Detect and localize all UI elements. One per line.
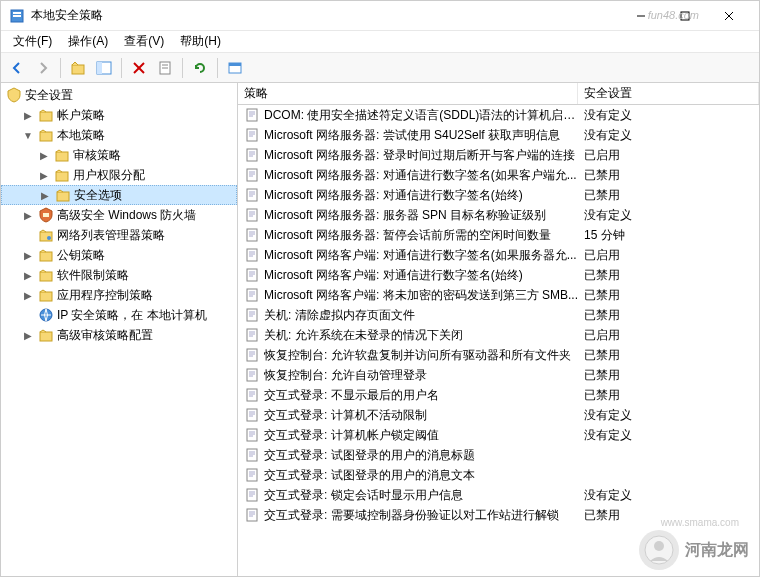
tree-item[interactable]: IP 安全策略，在 本地计算机 (1, 305, 237, 325)
tree-item[interactable]: 网络列表管理器策略 (1, 225, 237, 245)
folder-icon (38, 247, 54, 263)
policy-icon (244, 447, 260, 463)
svg-rect-27 (40, 292, 52, 301)
tree-expander-icon[interactable]: ▶ (21, 268, 35, 282)
menu-view[interactable]: 查看(V) (116, 31, 172, 52)
policy-icon (244, 467, 260, 483)
tree-item-label: 高级审核策略配置 (57, 327, 153, 344)
list-row[interactable]: Microsoft 网络服务器: 登录时间过期后断开与客户端的连接已启用 (238, 145, 759, 165)
folder-icon (38, 107, 54, 123)
folder-icon (38, 287, 54, 303)
tree-item[interactable]: ▶审核策略 (1, 145, 237, 165)
tree-expander-icon[interactable]: ▶ (37, 168, 51, 182)
list-row[interactable]: Microsoft 网络服务器: 对通信进行数字签名(如果客户端允...已禁用 (238, 165, 759, 185)
policy-icon (244, 227, 260, 243)
svg-rect-7 (72, 65, 84, 74)
tree-item[interactable]: ▶软件限制策略 (1, 265, 237, 285)
back-button[interactable] (5, 56, 29, 80)
tree-expander-icon[interactable]: ▶ (21, 108, 35, 122)
svg-rect-22 (43, 213, 49, 217)
list-row[interactable]: 交互式登录: 锁定会话时显示用户信息没有定义 (238, 485, 759, 505)
tree-item[interactable]: ▶高级安全 Windows 防火墙 (1, 205, 237, 225)
tree-item[interactable]: ▶帐户策略 (1, 105, 237, 125)
tree-item-label: IP 安全策略，在 本地计算机 (57, 307, 207, 324)
policy-icon (244, 367, 260, 383)
list-row[interactable]: DCOM: 使用安全描述符定义语言(SDDL)语法的计算机启动...没有定义 (238, 105, 759, 125)
list-row[interactable]: 关机: 允许系统在未登录的情况下关闭已启用 (238, 325, 759, 345)
list-row[interactable]: Microsoft 网络服务器: 服务器 SPN 目标名称验证级别没有定义 (238, 205, 759, 225)
menu-file[interactable]: 文件(F) (5, 31, 60, 52)
row-security-text: 已禁用 (578, 367, 759, 384)
list-row[interactable]: 交互式登录: 计算机不活动限制没有定义 (238, 405, 759, 425)
list-row[interactable]: Microsoft 网络客户端: 将未加密的密码发送到第三方 SMB...已禁用 (238, 285, 759, 305)
list-row[interactable]: 恢复控制台: 允许软盘复制并访问所有驱动器和所有文件夹已禁用 (238, 345, 759, 365)
row-security-text: 已启用 (578, 247, 759, 264)
tree-expander-icon[interactable]: ▼ (21, 128, 35, 142)
svg-rect-2 (13, 15, 21, 17)
list-row[interactable]: Microsoft 网络客户端: 对通信进行数字签名(始终)已禁用 (238, 265, 759, 285)
tree-item[interactable]: ▶公钥策略 (1, 245, 237, 265)
header-policy[interactable]: 策略 (238, 83, 578, 104)
refresh-button[interactable] (188, 56, 212, 80)
window-title: 本地安全策略 (31, 7, 619, 24)
list-row[interactable]: 恢复控制台: 允许自动管理登录已禁用 (238, 365, 759, 385)
svg-rect-1 (13, 12, 21, 14)
menubar: 文件(F) 操作(A) 查看(V) 帮助(H) (1, 31, 759, 53)
row-security-text: 没有定义 (578, 427, 759, 444)
list-row[interactable]: 交互式登录: 试图登录的用户的消息标题 (238, 445, 759, 465)
tree-item[interactable]: ▶高级审核策略配置 (1, 325, 237, 345)
svg-rect-46 (247, 189, 257, 201)
forward-button[interactable] (31, 56, 55, 80)
watermark-bottom-text: 河南龙网 (685, 540, 749, 561)
row-policy-text: Microsoft 网络客户端: 将未加密的密码发送到第三方 SMB... (264, 287, 578, 304)
tree-root-label: 安全设置 (25, 87, 73, 104)
row-policy-text: Microsoft 网络服务器: 对通信进行数字签名(始终) (264, 187, 578, 204)
svg-point-115 (654, 541, 664, 551)
tree-expander-icon[interactable] (21, 228, 35, 242)
list-row[interactable]: Microsoft 网络客户端: 对通信进行数字签名(如果服务器允...已启用 (238, 245, 759, 265)
list-row[interactable]: 交互式登录: 不显示最后的用户名已禁用 (238, 385, 759, 405)
list-row[interactable]: 交互式登录: 试图登录的用户的消息文本 (238, 465, 759, 485)
list-row[interactable]: Microsoft 网络服务器: 对通信进行数字签名(始终)已禁用 (238, 185, 759, 205)
policy-icon (244, 307, 260, 323)
tree-item[interactable]: ▶安全选项 (1, 185, 237, 205)
list-row[interactable]: Microsoft 网络服务器: 尝试使用 S4U2Self 获取声明信息没有定… (238, 125, 759, 145)
tree-root[interactable]: 安全设置 (1, 85, 237, 105)
properties-button[interactable] (153, 56, 177, 80)
tree-item-label: 帐户策略 (57, 107, 105, 124)
tree-expander-icon[interactable] (21, 308, 35, 322)
tree-item[interactable]: ▶用户权限分配 (1, 165, 237, 185)
header-security[interactable]: 安全设置 (578, 83, 759, 104)
svg-rect-74 (247, 329, 257, 341)
export-button[interactable] (223, 56, 247, 80)
row-policy-text: Microsoft 网络服务器: 登录时间过期后断开与客户端的连接 (264, 147, 578, 164)
tree-expander-icon[interactable]: ▶ (21, 208, 35, 222)
up-button[interactable] (66, 56, 90, 80)
list-body[interactable]: DCOM: 使用安全描述符定义语言(SDDL)语法的计算机启动...没有定义Mi… (238, 105, 759, 576)
show-pane-button[interactable] (92, 56, 116, 80)
tree-expander-icon[interactable]: ▶ (37, 148, 51, 162)
tree-item[interactable]: ▶应用程序控制策略 (1, 285, 237, 305)
tree-panel[interactable]: 安全设置 ▶帐户策略▼本地策略▶审核策略▶用户权限分配▶安全选项▶高级安全 Wi… (1, 83, 238, 576)
tree-expander-icon[interactable]: ▶ (21, 328, 35, 342)
policy-icon (244, 487, 260, 503)
delete-button[interactable] (127, 56, 151, 80)
list-row[interactable]: 关机: 清除虚拟内存页面文件已禁用 (238, 305, 759, 325)
watermark-bottom: 河南龙网 (639, 530, 749, 570)
folder-icon (38, 227, 54, 243)
row-security-text: 已禁用 (578, 287, 759, 304)
list-row[interactable]: 交互式登录: 计算机帐户锁定阈值没有定义 (238, 425, 759, 445)
watermark-top: fun48.com (648, 9, 699, 21)
close-button[interactable] (707, 2, 751, 30)
list-row[interactable]: Microsoft 网络服务器: 暂停会话前所需的空闲时间数量15 分钟 (238, 225, 759, 245)
tree-expander-icon[interactable]: ▶ (21, 288, 35, 302)
tree-item[interactable]: ▼本地策略 (1, 125, 237, 145)
tree-expander-icon[interactable]: ▶ (38, 188, 52, 202)
app-icon (9, 8, 25, 24)
menu-help[interactable]: 帮助(H) (172, 31, 229, 52)
tree-expander-icon[interactable]: ▶ (21, 248, 35, 262)
row-policy-text: 交互式登录: 计算机不活动限制 (264, 407, 578, 424)
row-policy-text: 恢复控制台: 允许软盘复制并访问所有驱动器和所有文件夹 (264, 347, 578, 364)
row-security-text: 已禁用 (578, 347, 759, 364)
menu-action[interactable]: 操作(A) (60, 31, 116, 52)
